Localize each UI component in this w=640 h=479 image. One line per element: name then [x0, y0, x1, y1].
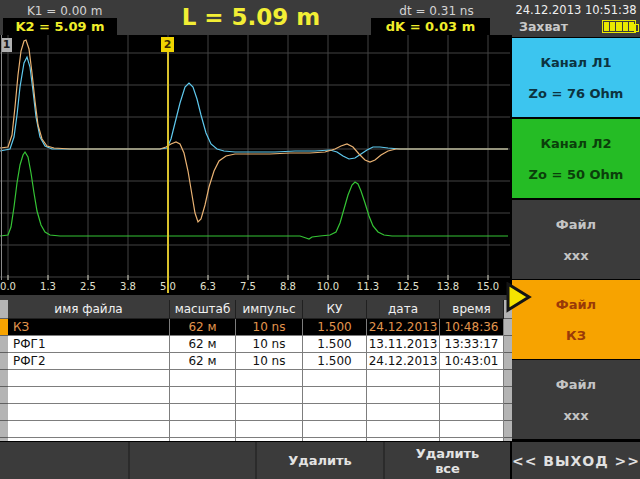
- delta-time-readout: dt = 0.31 ns: [383, 4, 490, 18]
- table-row[interactable]: КЗ62 м10 ns1.50024.12.201310:48:36: [8, 319, 504, 336]
- table-gutter: [504, 438, 512, 441]
- marker-1-line[interactable]: [1, 35, 2, 280]
- sidebar-button-файл-xxx[interactable]: Файлxxx: [512, 200, 640, 279]
- sidebar-button-файл-xxx[interactable]: Файлxxx: [512, 360, 640, 439]
- x-axis-labels: 0.01.32.53.85.06.37.58.810.011.312.513.8…: [0, 280, 510, 295]
- table-cell: [236, 421, 303, 438]
- selected-row-marker: [0, 319, 8, 336]
- table-gutter: [0, 336, 8, 353]
- table-cell: [303, 438, 367, 441]
- marker1-readout: K1 = 0.00 m: [27, 4, 102, 18]
- delta-k-readout: dK = 0.03 m: [371, 18, 490, 35]
- table-gutter: [0, 404, 8, 421]
- table-cell: 62 м: [170, 336, 236, 353]
- sidebar-button-line1: Файл: [556, 217, 596, 232]
- table-cell: [440, 370, 504, 387]
- sidebar-button-line1: Файл: [556, 297, 596, 312]
- marker-2-line[interactable]: [167, 37, 169, 293]
- table-cell: [170, 404, 236, 421]
- sidebar-button-line2: КЗ: [566, 328, 586, 343]
- table-gutter: [504, 370, 512, 387]
- table-row[interactable]: [8, 387, 504, 404]
- table-cell: [440, 404, 504, 421]
- table-cell: [440, 438, 504, 441]
- table-row[interactable]: [8, 404, 504, 421]
- table-gutter: [504, 319, 512, 336]
- capture-mode-label: Захват: [519, 19, 568, 34]
- x-tick-label: 1.3: [33, 281, 63, 292]
- table-cell: [170, 421, 236, 438]
- table-cell: [236, 404, 303, 421]
- column-header: время: [440, 300, 504, 319]
- table-cell: [367, 387, 440, 404]
- battery-segment: [623, 22, 628, 31]
- table-gutter: [0, 353, 8, 370]
- x-tick-label: 12.5: [393, 281, 423, 292]
- datetime-label: 24.12.2013 10:51:38: [512, 3, 640, 17]
- table-cell: [8, 421, 170, 438]
- table-cell: [303, 421, 367, 438]
- footer-button-bar: УдалитьУдалить все: [0, 442, 510, 479]
- channel-L2-trace: [0, 152, 508, 239]
- footer-button-label: Удалить: [288, 453, 352, 468]
- table-cell: 10 ns: [236, 319, 303, 336]
- footer-button-3[interactable]: Удалить: [255, 442, 383, 479]
- file-table: имя файламасштабимпульсКУдатавремяКЗ62 м…: [0, 300, 512, 441]
- x-tick-label: 0.0: [0, 281, 23, 292]
- table-cell: [8, 404, 170, 421]
- footer-button-4[interactable]: Удалить все: [383, 442, 510, 479]
- table-gutter: [0, 370, 8, 387]
- column-header: дата: [367, 300, 440, 319]
- footer-button-label: Удалить все: [408, 446, 488, 476]
- table-row[interactable]: РФГ262 м10 ns1.50024.12.201310:43:01: [8, 353, 504, 370]
- table-row[interactable]: [8, 438, 504, 441]
- waveform-plot: 1 2: [0, 35, 510, 280]
- table-gutter: [504, 353, 512, 370]
- sidebar-button-line1: Файл: [556, 377, 596, 392]
- battery-segment: [604, 22, 609, 31]
- table-cell: 62 м: [170, 353, 236, 370]
- device-screen: K1 = 0.00 m K2 = 5.09 m L = 5.09 m dt = …: [0, 0, 640, 479]
- table-cell: 13.11.2013: [367, 336, 440, 353]
- status-bar: 24.12.2013 10:51:38 Захват: [512, 0, 640, 37]
- sidebar-button-line1: Канал Л1: [540, 55, 611, 70]
- footer-button-empty: [0, 442, 128, 479]
- table-cell: [170, 387, 236, 404]
- table-cell: [236, 370, 303, 387]
- table-cell: 10 ns: [236, 336, 303, 353]
- x-tick-label: 15.0: [473, 281, 503, 292]
- sidebar-button-канал-л2-zo-50-ohm[interactable]: Канал Л2Zo = 50 Ohm: [512, 119, 640, 198]
- marker-2-label[interactable]: 2: [161, 37, 174, 52]
- x-tick-label: 10.0: [313, 281, 343, 292]
- file-KZ-trace: [0, 40, 508, 222]
- exit-button[interactable]: << ВЫХОД >>: [512, 442, 640, 479]
- sidebar-button-канал-л1-zo-76-ohm[interactable]: Канал Л1Zo = 76 Ohm: [512, 38, 640, 117]
- x-tick-label: 6.3: [193, 281, 223, 292]
- table-cell: [367, 438, 440, 441]
- table-row[interactable]: [8, 370, 504, 387]
- marker-1-label[interactable]: 1: [1, 38, 12, 52]
- table-gutter: [0, 387, 8, 404]
- column-header: масштаб: [170, 300, 236, 319]
- table-gutter: [504, 336, 512, 353]
- table-cell: [170, 438, 236, 441]
- table-row[interactable]: РФГ162 м10 ns1.50013.11.201313:33:17: [8, 336, 504, 353]
- length-readout: L = 5.09 m: [155, 0, 347, 34]
- table-cell: [303, 387, 367, 404]
- table-cell: 24.12.2013: [367, 353, 440, 370]
- table-row[interactable]: [8, 421, 504, 438]
- sidebar: << ВЫХОД >> Канал Л1Zo = 76 OhmКанал Л2Z…: [512, 37, 640, 479]
- battery-segment: [616, 22, 621, 31]
- table-cell: [236, 438, 303, 441]
- sidebar-button-line2: Zo = 50 Ohm: [529, 167, 624, 182]
- table-cell: 1.500: [303, 353, 367, 370]
- table-cell: [367, 404, 440, 421]
- table-cell: [367, 370, 440, 387]
- table-cell: [367, 421, 440, 438]
- table-cell: [8, 370, 170, 387]
- table-gutter: [0, 421, 8, 438]
- table-cell: 10:43:01: [440, 353, 504, 370]
- battery-icon: [602, 20, 636, 33]
- table-cell: 1.500: [303, 336, 367, 353]
- sidebar-button-line2: Zo = 76 Ohm: [529, 86, 624, 101]
